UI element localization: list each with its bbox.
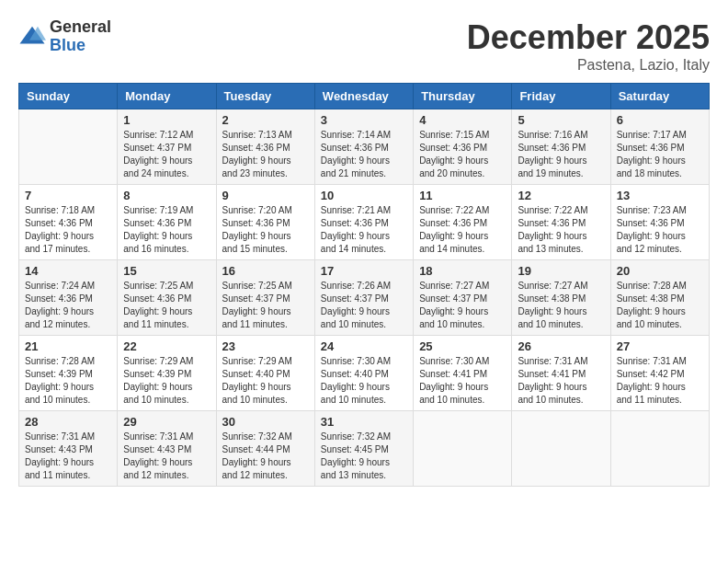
- calendar-cell: 21Sunrise: 7:28 AMSunset: 4:39 PMDayligh…: [19, 336, 118, 411]
- day-number: 27: [617, 339, 703, 353]
- day-number: 18: [419, 264, 506, 278]
- calendar-cell: 16Sunrise: 7:25 AMSunset: 4:37 PMDayligh…: [216, 260, 314, 336]
- weekday-header-tuesday: Tuesday: [216, 84, 314, 109]
- calendar-cell: 18Sunrise: 7:27 AMSunset: 4:37 PMDayligh…: [414, 260, 512, 336]
- day-number: 17: [321, 264, 407, 278]
- day-number: 11: [419, 189, 506, 202]
- calendar-cell: 11Sunrise: 7:22 AMSunset: 4:36 PMDayligh…: [414, 185, 512, 260]
- weekday-header-saturday: Saturday: [610, 84, 709, 109]
- day-info: Sunrise: 7:28 AMSunset: 4:39 PMDaylight:…: [25, 355, 111, 407]
- day-info: Sunrise: 7:22 AMSunset: 4:36 PMDaylight:…: [419, 204, 506, 256]
- calendar-cell: 4Sunrise: 7:15 AMSunset: 4:36 PMDaylight…: [414, 109, 512, 185]
- calendar-cell: 19Sunrise: 7:27 AMSunset: 4:38 PMDayligh…: [512, 260, 610, 336]
- weekday-header-monday: Monday: [118, 84, 216, 109]
- day-info: Sunrise: 7:32 AMSunset: 4:44 PMDaylight:…: [222, 431, 309, 482]
- day-number: 23: [222, 339, 309, 353]
- day-info: Sunrise: 7:31 AMSunset: 4:41 PMDaylight:…: [518, 355, 604, 407]
- day-info: Sunrise: 7:22 AMSunset: 4:36 PMDaylight:…: [518, 204, 604, 256]
- month-title: December 2025: [467, 18, 710, 57]
- day-number: 20: [617, 264, 703, 278]
- calendar-cell: 8Sunrise: 7:19 AMSunset: 4:36 PMDaylight…: [118, 185, 216, 260]
- day-number: 4: [419, 113, 506, 127]
- day-number: 28: [25, 415, 111, 429]
- day-info: Sunrise: 7:27 AMSunset: 4:38 PMDaylight:…: [518, 280, 604, 331]
- calendar-week-row: 1Sunrise: 7:12 AMSunset: 4:37 PMDaylight…: [19, 109, 710, 185]
- calendar-cell: 29Sunrise: 7:31 AMSunset: 4:43 PMDayligh…: [118, 411, 216, 487]
- calendar-cell: [19, 109, 118, 185]
- calendar-cell: 14Sunrise: 7:24 AMSunset: 4:36 PMDayligh…: [19, 260, 118, 336]
- day-info: Sunrise: 7:24 AMSunset: 4:36 PMDaylight:…: [25, 280, 111, 331]
- calendar-cell: 17Sunrise: 7:26 AMSunset: 4:37 PMDayligh…: [314, 260, 413, 336]
- day-info: Sunrise: 7:13 AMSunset: 4:36 PMDaylight:…: [222, 129, 309, 180]
- calendar-cell: 31Sunrise: 7:32 AMSunset: 4:45 PMDayligh…: [314, 411, 413, 487]
- day-number: 3: [321, 113, 407, 127]
- calendar-week-row: 7Sunrise: 7:18 AMSunset: 4:36 PMDaylight…: [19, 185, 710, 260]
- day-number: 6: [617, 113, 703, 127]
- day-number: 14: [25, 264, 111, 278]
- day-info: Sunrise: 7:32 AMSunset: 4:45 PMDaylight:…: [321, 431, 407, 482]
- logo-text: General Blue: [50, 18, 111, 55]
- day-info: Sunrise: 7:19 AMSunset: 4:36 PMDaylight:…: [123, 204, 210, 256]
- day-number: 24: [321, 339, 407, 353]
- day-info: Sunrise: 7:30 AMSunset: 4:41 PMDaylight:…: [419, 355, 506, 407]
- day-number: 7: [25, 189, 111, 202]
- day-number: 13: [617, 189, 703, 202]
- weekday-header-sunday: Sunday: [19, 84, 118, 109]
- calendar-cell: 24Sunrise: 7:30 AMSunset: 4:40 PMDayligh…: [314, 336, 413, 411]
- calendar-cell: 3Sunrise: 7:14 AMSunset: 4:36 PMDaylight…: [314, 109, 413, 185]
- calendar-week-row: 21Sunrise: 7:28 AMSunset: 4:39 PMDayligh…: [19, 336, 710, 411]
- location: Pastena, Lazio, Italy: [467, 57, 710, 74]
- day-number: 19: [518, 264, 604, 278]
- calendar-cell: 15Sunrise: 7:25 AMSunset: 4:36 PMDayligh…: [118, 260, 216, 336]
- day-info: Sunrise: 7:31 AMSunset: 4:43 PMDaylight:…: [25, 431, 111, 482]
- calendar-cell: 5Sunrise: 7:16 AMSunset: 4:36 PMDaylight…: [512, 109, 610, 185]
- calendar-cell: 23Sunrise: 7:29 AMSunset: 4:40 PMDayligh…: [216, 336, 314, 411]
- calendar-cell: [610, 411, 709, 487]
- day-info: Sunrise: 7:25 AMSunset: 4:36 PMDaylight:…: [123, 280, 210, 331]
- weekday-header-friday: Friday: [512, 84, 610, 109]
- logo: General Blue: [18, 18, 111, 55]
- day-number: 22: [123, 339, 210, 353]
- day-info: Sunrise: 7:17 AMSunset: 4:36 PMDaylight:…: [617, 129, 703, 180]
- calendar-cell: 7Sunrise: 7:18 AMSunset: 4:36 PMDaylight…: [19, 185, 118, 260]
- weekday-header-row: SundayMondayTuesdayWednesdayThursdayFrid…: [19, 84, 710, 109]
- calendar-cell: 12Sunrise: 7:22 AMSunset: 4:36 PMDayligh…: [512, 185, 610, 260]
- day-number: 10: [321, 189, 407, 202]
- calendar-cell: [512, 411, 610, 487]
- day-info: Sunrise: 7:20 AMSunset: 4:36 PMDaylight:…: [222, 204, 309, 256]
- day-info: Sunrise: 7:31 AMSunset: 4:43 PMDaylight:…: [123, 431, 210, 482]
- day-number: 29: [123, 415, 210, 429]
- logo-blue-text: Blue: [50, 37, 111, 55]
- day-info: Sunrise: 7:12 AMSunset: 4:37 PMDaylight:…: [123, 129, 210, 180]
- day-number: 26: [518, 339, 604, 353]
- day-number: 1: [123, 113, 210, 127]
- calendar-week-row: 28Sunrise: 7:31 AMSunset: 4:43 PMDayligh…: [19, 411, 710, 487]
- day-info: Sunrise: 7:21 AMSunset: 4:36 PMDaylight:…: [321, 204, 407, 256]
- day-info: Sunrise: 7:25 AMSunset: 4:37 PMDaylight:…: [222, 280, 309, 331]
- day-info: Sunrise: 7:14 AMSunset: 4:36 PMDaylight:…: [321, 129, 407, 180]
- logo-general-text: General: [50, 18, 111, 37]
- day-number: 30: [222, 415, 309, 429]
- calendar-cell: 28Sunrise: 7:31 AMSunset: 4:43 PMDayligh…: [19, 411, 118, 487]
- day-info: Sunrise: 7:23 AMSunset: 4:36 PMDaylight:…: [617, 204, 703, 256]
- day-number: 21: [25, 339, 111, 353]
- logo-icon: [18, 23, 46, 51]
- day-info: Sunrise: 7:28 AMSunset: 4:38 PMDaylight:…: [617, 280, 703, 331]
- day-info: Sunrise: 7:29 AMSunset: 4:40 PMDaylight:…: [222, 355, 309, 407]
- weekday-header-wednesday: Wednesday: [314, 84, 413, 109]
- day-info: Sunrise: 7:15 AMSunset: 4:36 PMDaylight:…: [419, 129, 506, 180]
- calendar-cell: 26Sunrise: 7:31 AMSunset: 4:41 PMDayligh…: [512, 336, 610, 411]
- day-number: 15: [123, 264, 210, 278]
- calendar-cell: [414, 411, 512, 487]
- day-info: Sunrise: 7:18 AMSunset: 4:36 PMDaylight:…: [25, 204, 111, 256]
- day-number: 5: [518, 113, 604, 127]
- day-info: Sunrise: 7:26 AMSunset: 4:37 PMDaylight:…: [321, 280, 407, 331]
- calendar-cell: 30Sunrise: 7:32 AMSunset: 4:44 PMDayligh…: [216, 411, 314, 487]
- day-info: Sunrise: 7:31 AMSunset: 4:42 PMDaylight:…: [617, 355, 703, 407]
- calendar-week-row: 14Sunrise: 7:24 AMSunset: 4:36 PMDayligh…: [19, 260, 710, 336]
- calendar-cell: 6Sunrise: 7:17 AMSunset: 4:36 PMDaylight…: [610, 109, 709, 185]
- header: General Blue December 2025 Pastena, Lazi…: [18, 18, 710, 74]
- day-info: Sunrise: 7:27 AMSunset: 4:37 PMDaylight:…: [419, 280, 506, 331]
- calendar-cell: 1Sunrise: 7:12 AMSunset: 4:37 PMDaylight…: [118, 109, 216, 185]
- calendar-cell: 2Sunrise: 7:13 AMSunset: 4:36 PMDaylight…: [216, 109, 314, 185]
